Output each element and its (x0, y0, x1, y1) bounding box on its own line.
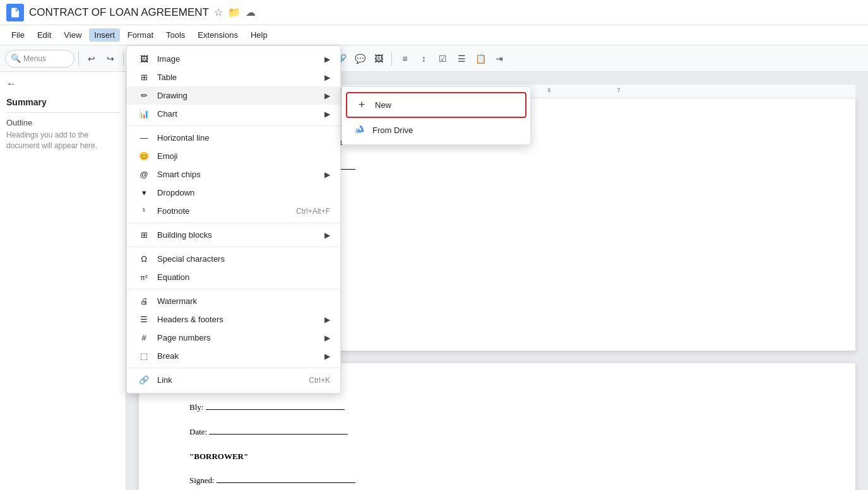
drawing-submenu: + New From Drive (342, 86, 531, 145)
smartchips-icon: @ (137, 170, 151, 179)
search-icon: 🔍 (11, 54, 21, 63)
menu-view[interactable]: View (59, 28, 86, 42)
top-bar: CONTRACT OF LOAN AGREEMENT ☆ 📁 ☁ (0, 0, 868, 25)
menu-extensions[interactable]: Extensions (193, 28, 243, 42)
menu-insert[interactable]: Insert (89, 28, 120, 42)
image-toolbar-button[interactable]: 🖼 (370, 50, 388, 67)
search-placeholder: Menus (23, 54, 46, 63)
chart-arrow: ▶ (324, 110, 330, 119)
outline-hint: Headings you add to the document will ap… (6, 130, 119, 151)
line-spacing-button[interactable]: ↕ (415, 50, 432, 67)
hline-icon: — (137, 133, 151, 143)
menu-item-chart[interactable]: 📊 Chart ▶ (127, 105, 340, 123)
menu-edit[interactable]: Edit (32, 28, 56, 42)
break-icon: ⬚ (137, 351, 151, 361)
watermark-icon: 🖨 (137, 296, 151, 306)
align-button[interactable]: ≡ (396, 50, 413, 67)
menu-item-dropdown[interactable]: ▾ Dropdown (127, 184, 340, 202)
pagenumbers-icon: # (137, 333, 151, 342)
menu-tools[interactable]: Tools (161, 28, 190, 42)
emoji-icon: 😊 (137, 151, 151, 161)
sidebar-back-button[interactable]: ← (6, 78, 119, 90)
bullet-list-button[interactable]: ☰ (453, 50, 470, 67)
title-icons-group: ☆ 📁 ☁ (214, 6, 256, 18)
menu-item-hline[interactable]: — Horizontal line (127, 129, 340, 147)
drawing-label: Drawing (157, 91, 324, 100)
submenu-item-fromdrive[interactable]: From Drive (342, 119, 530, 141)
menu-item-buildingblocks[interactable]: ⊞ Building blocks ▶ (127, 226, 340, 244)
image-label: Image (157, 54, 324, 64)
menu-item-pagenumbers[interactable]: # Page numbers ▶ (127, 329, 340, 347)
menu-item-specialchars[interactable]: Ω Special characters (127, 250, 340, 268)
back-arrow-icon: ← (6, 78, 16, 90)
buildingblocks-icon: ⊞ (137, 230, 151, 240)
menu-item-table[interactable]: ⊞ Table ▶ (127, 68, 340, 86)
doc-borrower-label: "BORROWER" (189, 450, 805, 464)
menu-item-image[interactable]: 🖼 Image ▶ (127, 50, 340, 68)
document-title: CONTRACT OF LOAN AGREEMENT (29, 6, 209, 19)
headersfooters-label: Headers & footers (157, 315, 324, 324)
menu-item-link[interactable]: 🔗 Link Ctrl+K (127, 371, 340, 389)
menu-sep-5 (127, 368, 340, 368)
link-menu-icon: 🔗 (137, 375, 151, 385)
menu-sep-3 (127, 247, 340, 247)
cloud-icon[interactable]: ☁ (246, 6, 256, 18)
break-label: Break (157, 351, 324, 361)
ruler-label-7: 7 (617, 87, 620, 93)
star-icon[interactable]: ☆ (214, 6, 223, 18)
pagenumbers-arrow: ▶ (324, 334, 330, 342)
footnote-icon: ¹ (137, 206, 151, 216)
link-shortcut: Ctrl+K (309, 376, 330, 385)
sidebar: ← Summary Outline Headings you add to th… (0, 72, 126, 490)
equation-label: Equation (157, 272, 330, 282)
headersfooters-arrow: ▶ (324, 315, 330, 324)
buildingblocks-label: Building blocks (157, 230, 324, 240)
menu-item-watermark[interactable]: 🖨 Watermark (127, 292, 340, 310)
menu-format[interactable]: Format (122, 28, 158, 42)
hline-label: Horizontal line (157, 133, 330, 143)
checklist-button[interactable]: ☑ (434, 50, 451, 67)
menu-item-emoji[interactable]: 😊 Emoji (127, 147, 340, 165)
new-label: New (375, 100, 391, 110)
signature-line-2 (217, 482, 355, 483)
redo-button[interactable]: ↪ (102, 50, 119, 67)
smartchips-arrow: ▶ (324, 170, 330, 179)
menu-item-drawing[interactable]: ✏ Drawing ▶ + New From Drive (127, 86, 340, 105)
chart-icon: 📊 (137, 109, 151, 119)
headersfooters-icon: ☰ (137, 315, 151, 324)
dropdown-icon: ▾ (137, 188, 151, 197)
image-arrow: ▶ (324, 55, 330, 64)
toolbar-sep-2 (123, 52, 124, 66)
menu-sep-1 (127, 125, 340, 126)
doc-signed-2: Signed: (189, 474, 805, 487)
menu-item-equation[interactable]: π² Equation (127, 268, 340, 286)
menu-item-smartchips[interactable]: @ Smart chips ▶ (127, 165, 340, 184)
menu-item-footnote[interactable]: ¹ Footnote Ctrl+Alt+F (127, 202, 340, 220)
toolbar-sep-1 (78, 52, 79, 66)
menu-file[interactable]: File (6, 28, 30, 42)
fromdrive-label: From Drive (372, 125, 413, 135)
buildingblocks-arrow: ▶ (324, 231, 330, 240)
numbered-list-button[interactable]: 📋 (472, 50, 489, 67)
watermark-label: Watermark (157, 296, 330, 306)
comment-button[interactable]: 💬 (351, 50, 369, 67)
footnote-shortcut: Ctrl+Alt+F (296, 207, 330, 216)
drawing-icon: ✏ (137, 91, 151, 100)
image-icon: 🖼 (137, 54, 151, 64)
menu-help[interactable]: Help (246, 28, 273, 42)
sidebar-divider-1 (6, 112, 119, 113)
indent-button[interactable]: ⇥ (490, 50, 508, 67)
menu-item-headersfooters[interactable]: ☰ Headers & footers ▶ (127, 310, 340, 329)
undo-button[interactable]: ↩ (83, 50, 100, 67)
submenu-item-new[interactable]: + New (346, 92, 526, 118)
search-menus[interactable]: 🔍 Menus (5, 50, 74, 67)
folder-icon[interactable]: 📁 (228, 6, 241, 18)
specialchars-label: Special characters (157, 254, 330, 264)
footnote-label: Footnote (157, 206, 296, 216)
table-arrow: ▶ (324, 73, 330, 82)
menu-item-break[interactable]: ⬚ Break ▶ (127, 347, 340, 365)
break-arrow: ▶ (324, 352, 330, 361)
link-label: Link (157, 375, 309, 385)
pagenumbers-label: Page numbers (157, 333, 324, 342)
chart-label: Chart (157, 109, 324, 119)
